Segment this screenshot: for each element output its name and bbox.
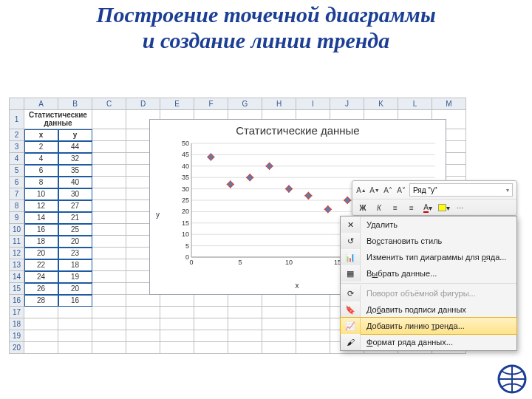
cell[interactable]: 35: [58, 165, 92, 177]
cell[interactable]: [92, 259, 126, 271]
cell[interactable]: [228, 307, 262, 318]
cell[interactable]: [262, 307, 296, 318]
row-header[interactable]: 1: [10, 110, 24, 129]
cell[interactable]: 40: [58, 177, 92, 188]
cell[interactable]: [92, 307, 126, 318]
cell[interactable]: [228, 330, 262, 342]
row-header[interactable]: 5: [10, 165, 24, 177]
chart-data-point[interactable]: [246, 174, 253, 181]
row-header[interactable]: 14: [10, 271, 24, 283]
cell[interactable]: [92, 224, 126, 236]
context-menu-item[interactable]: 🔖Добавить подписи данных: [341, 301, 516, 318]
series-name-box[interactable]: Ряд "y" ▾: [409, 183, 513, 197]
column-header[interactable]: J: [330, 98, 364, 110]
cell[interactable]: [194, 342, 228, 354]
cell[interactable]: [194, 330, 228, 342]
cell[interactable]: 18: [58, 259, 92, 271]
cell[interactable]: y: [58, 129, 92, 141]
border-button[interactable]: ≡: [405, 201, 418, 214]
cell[interactable]: [228, 295, 262, 307]
chart-title[interactable]: Статистические данные: [150, 124, 446, 137]
cell[interactable]: [296, 318, 330, 330]
cell[interactable]: [194, 307, 228, 318]
row-header[interactable]: 10: [10, 224, 24, 236]
row-header[interactable]: 15: [10, 283, 24, 295]
cell[interactable]: 12: [24, 200, 58, 212]
cell[interactable]: [92, 110, 126, 129]
cell[interactable]: [160, 307, 194, 318]
cell[interactable]: [160, 342, 194, 354]
cell[interactable]: 44: [58, 141, 92, 153]
cell[interactable]: 23: [58, 248, 92, 259]
chevron-down-icon[interactable]: ▾: [506, 187, 509, 194]
column-header[interactable]: I: [296, 98, 330, 110]
cell[interactable]: 16: [24, 224, 58, 236]
cell[interactable]: [126, 342, 160, 354]
cell[interactable]: 16: [58, 295, 92, 307]
cell[interactable]: [58, 318, 92, 330]
cell[interactable]: [262, 295, 296, 307]
row-header[interactable]: 12: [10, 248, 24, 259]
column-header[interactable]: E: [160, 98, 194, 110]
cell[interactable]: [92, 295, 126, 307]
cell[interactable]: 4: [24, 153, 58, 165]
cell[interactable]: [92, 271, 126, 283]
column-header[interactable]: H: [262, 98, 296, 110]
cell[interactable]: 27: [58, 200, 92, 212]
cell[interactable]: [58, 307, 92, 318]
cell[interactable]: [262, 318, 296, 330]
select-all-corner[interactable]: [10, 98, 24, 110]
chart-data-point[interactable]: [266, 163, 273, 170]
row-header[interactable]: 17: [10, 307, 24, 318]
cell[interactable]: [296, 342, 330, 354]
column-header[interactable]: A: [24, 98, 58, 110]
cell[interactable]: [24, 342, 58, 354]
row-header[interactable]: 18: [10, 318, 24, 330]
cell[interactable]: [92, 236, 126, 248]
cell[interactable]: 20: [58, 283, 92, 295]
cell[interactable]: [160, 295, 194, 307]
cell[interactable]: 26: [24, 283, 58, 295]
cell[interactable]: [160, 318, 194, 330]
cell[interactable]: [160, 330, 194, 342]
cell[interactable]: [262, 342, 296, 354]
cell[interactable]: [194, 318, 228, 330]
row-header[interactable]: 7: [10, 188, 24, 200]
cell[interactable]: [126, 295, 160, 307]
bold-button[interactable]: Ж: [356, 201, 369, 214]
context-menu-item[interactable]: ▦Выбрать данные...: [341, 265, 516, 282]
cell[interactable]: [194, 295, 228, 307]
context-menu-item[interactable]: 📈Добавить линию тренда...: [340, 317, 517, 335]
cell[interactable]: [126, 318, 160, 330]
cell[interactable]: [58, 330, 92, 342]
font-color-button[interactable]: A▾: [421, 201, 434, 214]
row-header[interactable]: 6: [10, 177, 24, 188]
cell[interactable]: x: [24, 129, 58, 141]
cell[interactable]: 24: [24, 271, 58, 283]
row-header[interactable]: 11: [10, 236, 24, 248]
cell[interactable]: 25: [58, 224, 92, 236]
cell[interactable]: [92, 330, 126, 342]
cell[interactable]: [24, 318, 58, 330]
cell[interactable]: [92, 342, 126, 354]
cell[interactable]: 19: [58, 271, 92, 283]
font-shrink2-icon[interactable]: A˅: [396, 185, 406, 195]
row-header[interactable]: 13: [10, 259, 24, 271]
font-grow2-icon[interactable]: A˄: [383, 185, 393, 195]
cell[interactable]: [126, 307, 160, 318]
context-menu[interactable]: ✕Удалить↺Восстановить стиль📊Изменить тип…: [340, 216, 517, 351]
row-header[interactable]: 3: [10, 141, 24, 153]
column-header[interactable]: M: [432, 98, 466, 110]
cell[interactable]: [228, 318, 262, 330]
context-menu-item[interactable]: 📊Изменить тип диаграммы для ряда...: [341, 249, 516, 265]
cell[interactable]: [92, 165, 126, 177]
cell[interactable]: [262, 330, 296, 342]
cell[interactable]: [92, 212, 126, 224]
cell[interactable]: 28: [24, 295, 58, 307]
font-shrink-icon[interactable]: A▼: [369, 185, 380, 195]
cell[interactable]: [24, 330, 58, 342]
cell[interactable]: 10: [24, 188, 58, 200]
cell[interactable]: 6: [24, 165, 58, 177]
cell[interactable]: 21: [58, 212, 92, 224]
column-header[interactable]: B: [58, 98, 92, 110]
